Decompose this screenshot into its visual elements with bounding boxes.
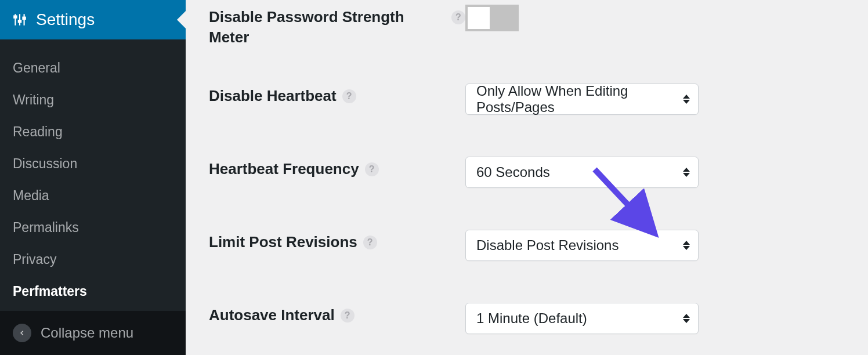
- sidebar-item-label: Discussion: [13, 156, 77, 171]
- select-autosave-interval[interactable]: 1 Minute (Default): [465, 303, 699, 334]
- help-icon[interactable]: ?: [451, 10, 465, 24]
- sidebar-item-label: Permalinks: [13, 220, 79, 235]
- sidebar-item-media[interactable]: Media: [0, 180, 186, 212]
- setting-label: Disable Password Strength Meter: [209, 7, 446, 48]
- setting-label: Disable Heartbeat: [209, 86, 337, 106]
- sidebar-item-privacy[interactable]: Privacy: [0, 244, 186, 276]
- sidebar-item-discussion[interactable]: Discussion: [0, 148, 186, 180]
- collapse-menu-button[interactable]: Collapse menu: [0, 311, 186, 355]
- sidebar-menu: General Writing Reading Discussion Media…: [0, 39, 186, 311]
- help-icon[interactable]: ?: [365, 162, 379, 176]
- sidebar-header-label: Settings: [36, 10, 95, 29]
- sidebar-item-label: General: [13, 60, 60, 75]
- setting-row-heartbeat-frequency: Heartbeat Frequency ? 60 Seconds: [209, 157, 845, 188]
- chevron-updown-icon: [683, 314, 690, 323]
- sidebar-item-perfmatters[interactable]: Perfmatters: [0, 276, 186, 307]
- help-icon[interactable]: ?: [363, 236, 377, 249]
- setting-label: Autosave Interval: [209, 305, 335, 325]
- select-value: 60 Seconds: [476, 164, 550, 180]
- sidebar-item-label: Reading: [13, 124, 63, 139]
- toggle-disable-password-meter[interactable]: [465, 5, 519, 31]
- chevron-updown-icon: [683, 95, 690, 104]
- select-disable-heartbeat[interactable]: Only Allow When Editing Posts/Pages: [465, 84, 699, 115]
- select-value: Only Allow When Editing Posts/Pages: [476, 83, 674, 115]
- collapse-menu-label: Collapse menu: [41, 325, 133, 341]
- toggle-knob: [468, 7, 490, 29]
- select-heartbeat-frequency[interactable]: 60 Seconds: [465, 157, 699, 188]
- svg-rect-5: [23, 17, 25, 19]
- select-value: 1 Minute (Default): [476, 310, 587, 327]
- sidebar-item-label: Writing: [13, 92, 54, 107]
- setting-row-limit-post-revisions: Limit Post Revisions ? Disable Post Revi…: [209, 230, 845, 261]
- chevron-updown-icon: [683, 241, 690, 250]
- help-icon[interactable]: ?: [341, 309, 355, 323]
- chevron-updown-icon: [683, 168, 690, 177]
- select-limit-post-revisions[interactable]: Disable Post Revisions: [465, 230, 699, 261]
- sidebar-item-general[interactable]: General: [0, 52, 186, 84]
- settings-panel: Disable Password Strength Meter ? Disabl…: [186, 0, 868, 355]
- svg-rect-4: [19, 20, 21, 22]
- svg-rect-3: [14, 16, 16, 18]
- sidebar-item-permalinks[interactable]: Permalinks: [0, 212, 186, 244]
- sidebar-item-label: Perfmatters: [13, 284, 87, 299]
- setting-row-disable-password-meter: Disable Password Strength Meter ?: [209, 5, 845, 48]
- sidebar-item-label: Privacy: [13, 252, 56, 267]
- setting-label: Heartbeat Frequency: [209, 159, 359, 179]
- sidebar-header-settings[interactable]: Settings: [0, 0, 186, 39]
- setting-row-disable-heartbeat: Disable Heartbeat ? Only Allow When Edit…: [209, 84, 845, 115]
- sidebar: Settings General Writing Reading Discuss…: [0, 0, 186, 355]
- sidebar-item-reading[interactable]: Reading: [0, 116, 186, 148]
- setting-label: Limit Post Revisions: [209, 232, 357, 252]
- help-icon[interactable]: ?: [342, 89, 356, 103]
- select-value: Disable Post Revisions: [476, 237, 619, 253]
- setting-row-autosave-interval: Autosave Interval ? 1 Minute (Default): [209, 303, 845, 334]
- sidebar-item-label: Media: [13, 188, 49, 203]
- settings-sliders-icon: [12, 12, 28, 28]
- chevron-left-icon: [13, 324, 31, 342]
- sidebar-item-writing[interactable]: Writing: [0, 84, 186, 116]
